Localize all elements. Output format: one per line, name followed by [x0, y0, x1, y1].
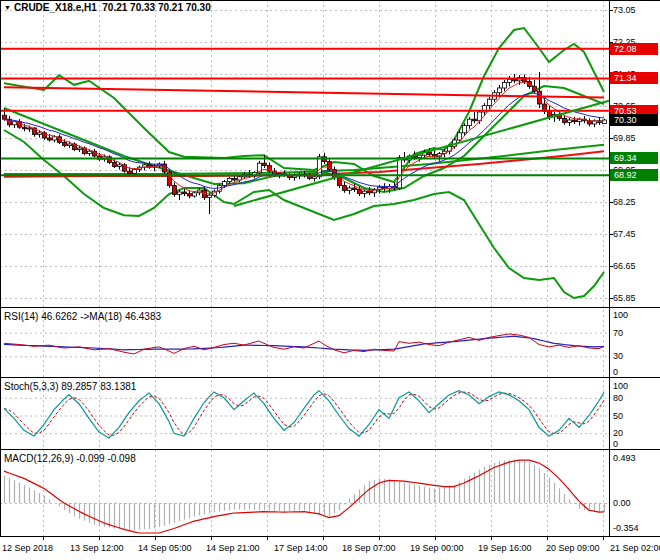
stoch-tick-label: 20 [613, 428, 623, 438]
time-label: 18 Sep 07:00 [342, 543, 396, 553]
rsi-tick-label: 0 [613, 367, 618, 377]
price-tag-68.92: 68.92 [610, 169, 658, 181]
time-label: 14 Sep 21:00 [206, 543, 260, 553]
descending-red-resistance [4, 87, 604, 97]
stoch-k-line [4, 391, 604, 438]
stoch-tick-label: 100 [613, 381, 628, 391]
time-label: 14 Sep 05:00 [138, 543, 192, 553]
trading-chart-window: ▼CRUDE_X18.e,H1 70.21 70.33 70.21 70.30 … [0, 0, 660, 560]
symbol-dropdown-icon[interactable]: ▼ [4, 4, 11, 11]
macd-tick-label: 0.00 [613, 498, 631, 508]
chart-header: ▼CRUDE_X18.e,H1 70.21 70.33 70.21 70.30 [4, 2, 211, 13]
price-tag-70.30: 70.30 [610, 114, 658, 126]
macd-tick-label: -0.354 [613, 523, 639, 533]
stochastic-panel [4, 391, 604, 438]
price-tick-label: 67.45 [613, 229, 636, 239]
macd-panel [4, 459, 605, 533]
stoch-indicator-label: Stoch(5,3,3) 89.2857 83.1381 [4, 381, 136, 392]
time-label: 17 Sep 14:00 [274, 543, 328, 553]
rsi-indicator-label: RSI(14) 46.6262 ->MA(18) 46.4383 [4, 311, 161, 322]
stoch-tick-label: 0 [613, 439, 618, 449]
rsi-tick-label: 100 [613, 310, 628, 320]
rsi-tick-label: 70 [613, 328, 623, 338]
time-label: 12 Sep 2018 [2, 543, 53, 553]
price-tick-label: 73.05 [613, 5, 636, 15]
stoch-tick-label: 80 [613, 393, 623, 403]
rsi-line [4, 334, 604, 354]
price-tag-69.34: 69.34 [610, 152, 658, 164]
price-tick-label: 68.25 [613, 197, 636, 207]
rsi-tick-label: 30 [613, 351, 623, 361]
time-label: 19 Sep 16:00 [478, 543, 532, 553]
time-label: 19 Sep 00:00 [410, 543, 464, 553]
symbol-period-label: CRUDE_X18.e,H1 [14, 2, 97, 13]
rsi-panel [4, 334, 604, 354]
stoch-tick-label: 50 [613, 411, 623, 421]
time-label: 21 Sep 02:00 [610, 543, 660, 553]
bollinger-bands [4, 28, 604, 298]
price-tick-label: 69.85 [613, 133, 636, 143]
price-tick-label: 65.85 [613, 293, 636, 303]
time-label: 20 Sep 09:00 [546, 543, 600, 553]
time-label: 13 Sep 12:00 [70, 543, 124, 553]
price-tick-label: 66.65 [613, 261, 636, 271]
ascending-green-support [234, 101, 609, 206]
price-levels [0, 49, 609, 206]
price-tag-71.34: 71.34 [610, 72, 658, 84]
price-tag-72.08: 72.08 [610, 43, 658, 55]
chart-canvas[interactable] [0, 0, 660, 560]
stoch-d-line [4, 392, 604, 435]
macd-indicator-label: MACD(12,26,9) -0.099 -0.098 [4, 453, 136, 464]
ohlc-values: 70.21 70.33 70.21 70.30 [102, 2, 210, 13]
macd-tick-label: 0.493 [613, 453, 636, 463]
